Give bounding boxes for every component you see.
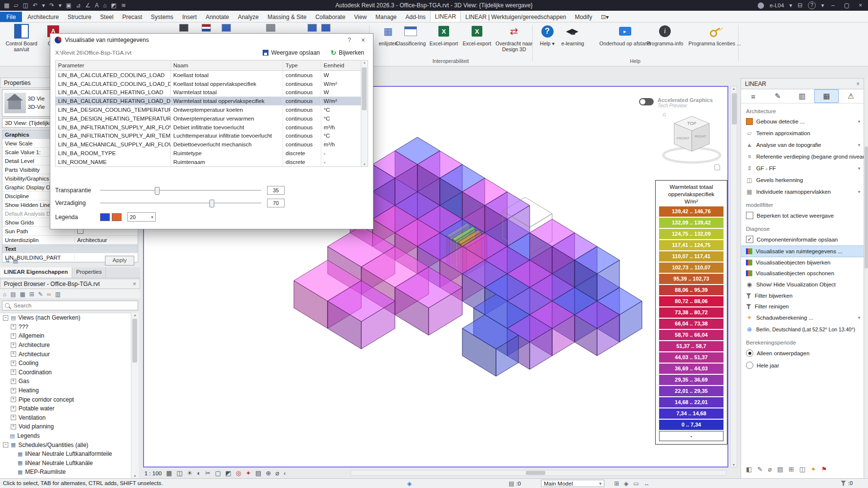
tab-steel[interactable]: Steel	[96, 12, 118, 22]
tree-item[interactable]: +Architecture	[0, 341, 131, 350]
select-pinned-icon[interactable]: ◈	[624, 480, 628, 487]
analytical-model-icon[interactable]: ⊕	[266, 469, 271, 477]
minimize-button[interactable]: –	[829, 2, 837, 9]
expand-icon[interactable]: +	[11, 333, 16, 339]
transparency-slider[interactable]	[100, 187, 261, 194]
modify-selector-icon[interactable]: ⊡▾	[597, 12, 613, 22]
legend-color-swatch[interactable]	[112, 213, 122, 221]
table-row[interactable]: LIN_BA_CALCULATED_HEATING_LOAD_DENSI...W…	[56, 97, 368, 105]
tree-item[interactable]: −▦Schedules/Quantities (alle)	[0, 440, 131, 449]
tab-architecture[interactable]: Architecture	[23, 12, 63, 22]
temporary-view-properties-icon[interactable]: ▤	[255, 469, 261, 477]
table-row[interactable]: LIN_BA_CALCULATED_COOLING_LOAD_DENS...Ko…	[56, 80, 368, 88]
table-row[interactable]: LIN_BA_CALCULATED_COOLING_LOADKoellast t…	[56, 71, 368, 80]
help-dropdown-icon[interactable]: ▾	[821, 0, 824, 11]
panel-item[interactable]: Visualisatieobjecten opschonen	[741, 268, 864, 279]
temporary-hide-isolate-icon[interactable]: ◎	[236, 469, 241, 477]
table-row[interactable]: LIN_BA_DESIGN_HEATING_TEMPERATUREOntwerp…	[56, 114, 368, 123]
tree-item[interactable]: +Heating	[0, 386, 131, 395]
tree-item[interactable]: +Potable water	[0, 404, 131, 413]
tree-item[interactable]: +???	[0, 323, 131, 332]
tab-manage[interactable]: Manage	[371, 12, 401, 22]
constraints-icon[interactable]: ⌀	[275, 469, 279, 477]
netherlands-flag-icon[interactable]	[202, 24, 211, 32]
navigation-bar-icon[interactable]: ▢	[714, 163, 721, 171]
tree-item[interactable]: ▦liNear Neutrale Luftkanäle	[0, 459, 131, 468]
panel-item[interactable]: Hele jaar	[741, 359, 864, 371]
collapse-icon[interactable]: −	[3, 442, 8, 447]
sheets-icon[interactable]: ▦	[20, 291, 25, 298]
design-options-select[interactable]: Main Model ▾	[541, 480, 604, 487]
view-scale-button[interactable]: 1 : 100	[145, 470, 162, 476]
undo-dropdown-icon[interactable]: ▾	[42, 0, 45, 11]
checkbox-checked-icon[interactable]: ✓	[746, 236, 753, 243]
tree-item[interactable]: ▦liNear Neutrale Luftkanalformteile	[0, 449, 131, 459]
dialog-close-button[interactable]: ×	[358, 36, 369, 44]
legend-color-swatch[interactable]	[100, 213, 110, 221]
home-icon[interactable]: ⌂	[662, 111, 666, 118]
tree-item[interactable]: +Cooling	[0, 359, 131, 368]
sheet-icon[interactable]: ▤	[777, 466, 783, 473]
tab-collaborate[interactable]: Collaborate	[311, 12, 350, 22]
section-box-icon[interactable]: ◩	[225, 469, 231, 477]
checkbox-icon[interactable]	[746, 212, 753, 219]
thin-lines-icon[interactable]: ≋	[121, 0, 126, 11]
collapse-icon[interactable]: −	[3, 315, 8, 321]
saturation-slider[interactable]	[100, 200, 261, 206]
panel-item[interactable]: Filter bijwerken	[741, 290, 864, 301]
panel-scrollbar[interactable]	[865, 78, 868, 478]
property-category[interactable]: Text	[2, 244, 138, 253]
tab-view[interactable]: View	[350, 12, 371, 22]
tree-item[interactable]: +Coordination	[0, 368, 131, 377]
panel-item[interactable]: Filter reinigen	[741, 301, 864, 312]
column-header[interactable]: Type	[283, 61, 321, 70]
expand-icon[interactable]: +	[11, 351, 16, 357]
panel-item[interactable]: ⊕Berlin, Deutschland (Lat 52.52° Lon 13.…	[741, 324, 864, 335]
close-button[interactable]: ×	[857, 2, 864, 9]
tab-add-ins[interactable]: Add-Ins	[401, 12, 430, 22]
tab-analyze[interactable]: Analyze	[233, 12, 263, 22]
expand-icon[interactable]: +	[11, 361, 16, 366]
dialog-help-button[interactable]: ?	[344, 37, 354, 43]
tree-item[interactable]: +Architectuur	[0, 349, 131, 359]
panel-item[interactable]: ⇕GF - FF▾	[741, 163, 864, 174]
columns-icon[interactable]: ▥	[790, 89, 814, 103]
tab-linear[interactable]: LINEAR	[430, 11, 461, 22]
expand-icon[interactable]: +	[11, 415, 16, 420]
expand-icon[interactable]: +	[11, 379, 16, 384]
expand-icon[interactable]: +	[11, 406, 16, 411]
tree-item[interactable]: +Void planning	[0, 422, 131, 431]
save-icon[interactable]: ◫	[23, 0, 28, 11]
edit-icon[interactable]: ✎	[757, 466, 763, 473]
crop-region-icon[interactable]: ▢	[215, 469, 221, 477]
panel-item[interactable]: Visualisatie van ruimtegegevens ...	[741, 245, 864, 257]
expand-control-bar-icon[interactable]: ‹	[284, 469, 286, 477]
expand-icon[interactable]: +	[11, 397, 16, 402]
table-row[interactable]: LIN_BA_DESIGN_COOLING_TEMPERATUREOntwerp…	[56, 105, 368, 114]
scroll-down-icon[interactable]: ▾	[731, 463, 737, 467]
redo-dropdown-icon[interactable]: ▾	[59, 0, 62, 11]
panel-item[interactable]: ▲Analyse van de topografie▾	[741, 139, 864, 151]
panel-item[interactable]: ✓Componenteninformatie opslaan	[741, 233, 864, 245]
panel-item[interactable]: ≡Referentie verdieping (begane grond niv…	[741, 151, 864, 163]
worksets-icon[interactable]: ▤	[509, 480, 514, 487]
section-icon[interactable]: ◩	[111, 0, 117, 11]
ribbon-button-programma-info[interactable]: i Programma-info	[644, 23, 685, 46]
expand-icon[interactable]: +	[11, 424, 16, 429]
user-avatar-icon[interactable]	[758, 2, 764, 9]
save-view-button[interactable]: Weergave opslaan	[259, 48, 324, 57]
table-row[interactable]: LIN_BA_ROOM_TYPERuimtetypediscrete-	[56, 149, 368, 158]
highlight-icon[interactable]: ✦	[811, 466, 816, 473]
ribbon-icon-partial[interactable]	[308, 24, 317, 32]
ribbon-button-control-board[interactable]: Control Board aan/uit	[3, 23, 40, 52]
viewcube-front-face[interactable]: FRONT	[677, 136, 689, 141]
column-header[interactable]: Eenheid	[321, 61, 362, 70]
tab-structure[interactable]: Structure	[63, 12, 96, 22]
add-icon[interactable]: ⊞	[788, 466, 794, 473]
expand-icon[interactable]: +	[11, 369, 16, 375]
ribbon-button-programma-licenties[interactable]: Programma licenties ...	[687, 23, 742, 46]
tab-massing-site[interactable]: Massing & Site	[263, 12, 311, 22]
radio-icon[interactable]	[746, 362, 753, 369]
tab-insert[interactable]: Insert	[178, 12, 201, 22]
panel-item[interactable]: ▦Individuele raamoppervlakken▾	[741, 186, 864, 198]
